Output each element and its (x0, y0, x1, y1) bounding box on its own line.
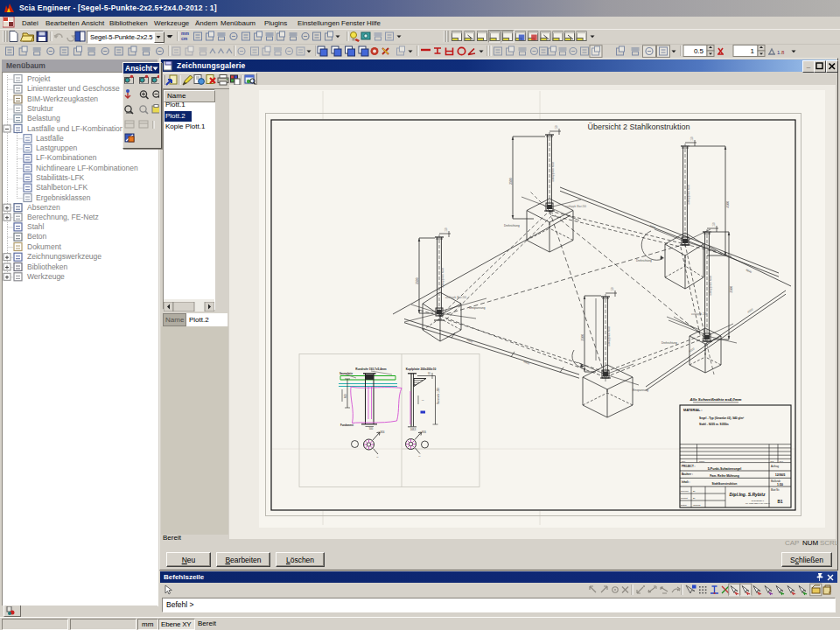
svg-text:Maßstab: Maßstab (771, 480, 780, 483)
svg-text:Name: Name (699, 460, 705, 463)
svg-text:Drehrichtung: Drehrichtung (636, 259, 652, 262)
svg-text:PROJECT :: PROJECT : (682, 465, 695, 468)
svg-text:Stahl - S235 m. S355ts: Stahl - S235 m. S355ts (699, 423, 729, 426)
svg-text:Umspannung: Umspannung (469, 306, 486, 310)
svg-text:Geprüft: Geprüft (681, 497, 688, 499)
svg-text:Alle Schweißnähte a=4,0mm: Alle Schweißnähte a=4,0mm (690, 397, 742, 402)
svg-text:3500: 3500 (416, 277, 419, 284)
svg-text:Inhalt :: Inhalt : (682, 480, 690, 484)
svg-text:Rammrohr 1200: Rammrohr 1200 (437, 388, 440, 404)
svg-text:Auftrag: Auftrag (771, 465, 779, 468)
svg-text:0.5: 0.5 (694, 47, 704, 55)
svg-text:150: 150 (690, 136, 694, 141)
svg-text:168,3: 168,3 (410, 428, 416, 431)
svg-text:150: 150 (712, 222, 716, 227)
svg-text:aufklappbarer Mast: aufklappbarer Mast (687, 185, 690, 204)
svg-text:Einspannung: Einspannung (633, 388, 648, 392)
svg-text:3500: 3500 (730, 286, 733, 293)
svg-text:aufklappbarer Mast: aufklappbarer Mast (551, 162, 555, 181)
svg-text:Dat.: Dat. (771, 460, 775, 463)
svg-text:ausklappb. 200: ausklappb. 200 (691, 312, 707, 316)
svg-text:aufklappbarer Mast: aufklappbarer Mast (607, 326, 611, 346)
svg-text:500: 500 (369, 427, 374, 430)
svg-text:Fam. Reihe Möhrung: Fam. Reihe Möhrung (710, 474, 739, 478)
svg-text:Blatt Nr.: Blatt Nr. (771, 488, 780, 492)
svg-text:Fundament: Fundament (340, 424, 354, 427)
svg-text:Stahlkonstruktion: Stahlkonstruktion (712, 482, 738, 486)
svg-text:1:50: 1:50 (777, 483, 783, 486)
svg-text:5-Punkt-Schattensegel: 5-Punkt-Schattensegel (708, 467, 742, 471)
svg-text:1.8: 1.8 (777, 50, 785, 55)
svg-text:Tel. 0838-63874 Fax 493649: Tel. 0838-63874 Fax 493649 (746, 502, 771, 504)
svg-text:aufklappbarer Mast: aufklappbarer Mast (441, 268, 444, 287)
svg-text:150: 150 (444, 228, 448, 232)
svg-text:Datum: Datum (681, 504, 687, 506)
svg-text:Rundrohr 193,7x5,4mm: Rundrohr 193,7x5,4mm (355, 368, 386, 371)
svg-text:Gezeich.: Gezeich. (681, 490, 689, 492)
svg-text:03/2013: 03/2013 (693, 504, 701, 506)
svg-text:3500: 3500 (509, 178, 513, 185)
svg-text:Saumplatte: Saumplatte (340, 372, 354, 375)
svg-text:Gez.: Gez. (780, 460, 784, 463)
svg-text:600: 600 (344, 394, 347, 398)
svg-text:150: 150 (555, 125, 558, 130)
svg-text:Kopfplatte 200x200x10: Kopfplatte 200x200x10 (406, 368, 437, 371)
svg-text:2500: 2500 (581, 334, 584, 341)
svg-text:B1: B1 (778, 500, 783, 504)
svg-text:MATERIAL :: MATERIAL : (683, 409, 703, 412)
svg-text:Drehrichtung: Drehrichtung (504, 224, 520, 228)
svg-text:4500: 4500 (726, 201, 730, 208)
svg-text:M16: M16 (381, 430, 386, 434)
svg-text:Bauherr :: Bauherr : (682, 472, 693, 476)
svg-text:Übersicht 2 Stahlkonstruktion: Übersicht 2 Stahlkonstruktion (587, 122, 690, 131)
svg-text:1: 1 (751, 47, 755, 55)
svg-text:150: 150 (611, 287, 614, 291)
svg-text:cm: cm (181, 36, 188, 41)
svg-text:aufklappbarer Mast: aufklappbarer Mast (709, 276, 712, 295)
svg-text:Drehrichtung: Drehrichtung (662, 341, 677, 345)
svg-text:Dipl.Ing. S.Rybitz: Dipl.Ing. S.Rybitz (730, 492, 766, 497)
svg-text:Segel - Typ (Gewebe #2), 940: Segel - Typ (Gewebe #2), 940 g/m² (699, 416, 744, 420)
svg-text:ausklappb. Mast 200: ausklappb. Mast 200 (445, 296, 466, 299)
svg-text:Segelstraße 7: Segelstraße 7 (752, 500, 765, 501)
svg-text:12/905: 12/905 (775, 473, 786, 477)
svg-text:M16: M16 (422, 430, 427, 434)
svg-text:ausklappb. Mast 200: ausklappb. Mast 200 (565, 205, 586, 208)
